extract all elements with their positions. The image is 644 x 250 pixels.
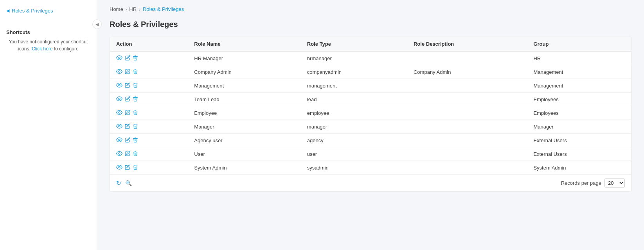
col-role-description: Role Description bbox=[407, 37, 527, 51]
sidebar: ◀ Roles & Privileges ◀ Shortcuts You hav… bbox=[0, 0, 97, 250]
edit-icon[interactable] bbox=[125, 123, 130, 130]
action-cell bbox=[110, 120, 188, 134]
role-desc-cell bbox=[407, 134, 527, 147]
svg-point-6 bbox=[119, 139, 120, 141]
delete-icon[interactable] bbox=[133, 110, 138, 116]
role-desc-cell bbox=[407, 79, 527, 93]
edit-icon[interactable] bbox=[125, 151, 130, 157]
role-name-cell: Employee bbox=[188, 106, 301, 120]
role-group-cell: External Users bbox=[527, 147, 631, 161]
table-footer: ↻ 🔍 Records per page 20 50 100 bbox=[110, 174, 631, 191]
delete-icon[interactable] bbox=[133, 123, 138, 130]
edit-icon[interactable] bbox=[125, 96, 130, 102]
role-name-cell: Team Lead bbox=[188, 93, 301, 106]
breadcrumb-current: Roles & Privileges bbox=[143, 6, 184, 12]
action-cell bbox=[110, 161, 188, 175]
roles-table-wrapper: Action Role Name Role Type Role Descript… bbox=[110, 37, 631, 192]
delete-icon[interactable] bbox=[133, 82, 138, 89]
shortcuts-title: Shortcuts bbox=[6, 29, 90, 35]
role-group-cell: Management bbox=[527, 79, 631, 93]
role-type-cell: management bbox=[301, 79, 407, 93]
role-desc-cell bbox=[407, 147, 527, 161]
role-type-cell: user bbox=[301, 147, 407, 161]
col-action: Action bbox=[110, 37, 188, 51]
sidebar-item-roles[interactable]: ◀ Roles & Privileges bbox=[0, 5, 97, 17]
role-group-cell: Employees bbox=[527, 93, 631, 106]
role-desc-cell bbox=[407, 93, 527, 106]
col-group: Group bbox=[527, 37, 631, 51]
edit-icon[interactable] bbox=[125, 82, 130, 89]
breadcrumb-home[interactable]: Home bbox=[110, 6, 123, 12]
action-icons-group bbox=[116, 137, 182, 144]
shortcuts-suffix: to configure bbox=[54, 46, 79, 52]
action-icons-group bbox=[116, 109, 182, 116]
roles-table: Action Role Name Role Type Role Descript… bbox=[110, 37, 631, 174]
records-per-page-select[interactable]: 20 50 100 bbox=[604, 179, 625, 188]
svg-point-1 bbox=[119, 71, 120, 72]
records-per-page-label: Records per page bbox=[561, 180, 601, 186]
view-icon[interactable] bbox=[116, 96, 122, 103]
delete-icon[interactable] bbox=[133, 55, 138, 61]
role-desc-cell bbox=[407, 161, 527, 175]
view-icon[interactable] bbox=[116, 68, 122, 75]
role-type-cell: agency bbox=[301, 134, 407, 147]
view-icon[interactable] bbox=[116, 109, 122, 116]
edit-icon[interactable] bbox=[125, 164, 130, 171]
role-desc-cell: Company Admin bbox=[407, 65, 527, 79]
delete-icon[interactable] bbox=[133, 151, 138, 157]
view-icon[interactable] bbox=[116, 123, 122, 130]
action-icons-group bbox=[116, 164, 182, 171]
delete-icon[interactable] bbox=[133, 137, 138, 143]
breadcrumb-sep-2: › bbox=[139, 7, 140, 12]
svg-point-0 bbox=[119, 57, 120, 59]
action-cell bbox=[110, 147, 188, 161]
delete-icon[interactable] bbox=[133, 69, 138, 75]
edit-icon[interactable] bbox=[125, 110, 130, 116]
svg-point-3 bbox=[119, 98, 120, 100]
footer-left-actions: ↻ 🔍 bbox=[116, 180, 132, 187]
role-name-cell: Manager bbox=[188, 120, 301, 134]
refresh-icon[interactable]: ↻ bbox=[116, 180, 121, 187]
table-row: Agency useragencyExternal Users bbox=[110, 134, 631, 147]
action-cell bbox=[110, 134, 188, 147]
action-cell bbox=[110, 51, 188, 65]
role-desc-cell bbox=[407, 106, 527, 120]
view-icon[interactable] bbox=[116, 55, 122, 62]
role-name-cell: User bbox=[188, 147, 301, 161]
action-cell bbox=[110, 106, 188, 120]
role-type-cell: employee bbox=[301, 106, 407, 120]
table-header-row: Action Role Name Role Type Role Descript… bbox=[110, 37, 631, 51]
delete-icon[interactable] bbox=[133, 96, 138, 102]
table-row: Team LeadleadEmployees bbox=[110, 93, 631, 106]
action-icons-group bbox=[116, 55, 182, 62]
table-row: EmployeeemployeeEmployees bbox=[110, 106, 631, 120]
edit-icon[interactable] bbox=[125, 69, 130, 75]
role-name-cell: Agency user bbox=[188, 134, 301, 147]
view-icon[interactable] bbox=[116, 137, 122, 144]
role-group-cell: HR bbox=[527, 51, 631, 65]
sidebar-item-label: Roles & Privileges bbox=[12, 8, 53, 14]
delete-icon[interactable] bbox=[133, 164, 138, 171]
svg-point-4 bbox=[119, 112, 120, 113]
action-cell bbox=[110, 65, 188, 79]
table-row: Company AdmincompanyadminCompany AdminMa… bbox=[110, 65, 631, 79]
sidebar-arrow-icon: ◀ bbox=[6, 8, 9, 13]
role-name-cell: System Admin bbox=[188, 161, 301, 175]
edit-icon[interactable] bbox=[125, 137, 130, 143]
search-icon[interactable]: 🔍 bbox=[125, 180, 132, 186]
view-icon[interactable] bbox=[116, 164, 122, 171]
sidebar-collapse-button[interactable]: ◀ bbox=[92, 20, 102, 29]
edit-icon[interactable] bbox=[125, 55, 130, 61]
role-group-cell: External Users bbox=[527, 134, 631, 147]
action-icons-group bbox=[116, 150, 182, 157]
shortcuts-configure-link[interactable]: Click here bbox=[32, 46, 52, 52]
col-role-name: Role Name bbox=[188, 37, 301, 51]
role-group-cell: Management bbox=[527, 65, 631, 79]
table-row: System AdminsysadminSystem Admin bbox=[110, 161, 631, 175]
page-title: Roles & Privileges bbox=[110, 20, 631, 29]
breadcrumb-hr[interactable]: HR bbox=[129, 6, 137, 12]
breadcrumb: Home › HR › Roles & Privileges bbox=[110, 6, 631, 12]
view-icon[interactable] bbox=[116, 82, 122, 89]
view-icon[interactable] bbox=[116, 150, 122, 157]
table-row: ManagementmanagementManagement bbox=[110, 79, 631, 93]
